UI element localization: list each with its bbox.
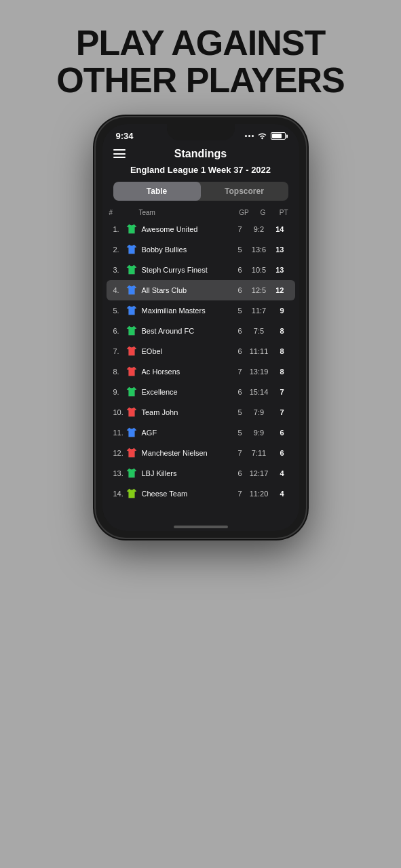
gp-value: 6 [231,266,249,274]
app-content: Standings England League 1 Week 37 - 202… [102,144,299,531]
pt-value: 6 [269,449,284,457]
g-value: 7:5 [249,327,269,335]
home-bar [174,526,228,528]
header-pt: PT [273,209,288,216]
rank-number: 10. [113,408,126,416]
team-name: AGF [142,429,231,437]
g-value: 7:9 [249,408,269,416]
phone-screen: 9:34 [102,124,299,531]
rank-number: 6. [113,327,126,335]
header-team: Team [121,209,235,216]
status-icons [245,132,286,140]
team-name: Maximilian Masters [142,307,231,315]
jersey-icon [126,264,138,276]
team-name: Manchester Nielsen [142,449,231,457]
table-row[interactable]: 12. Manchester Nielsen 7 7:11 6 [107,443,295,463]
table-row[interactable]: 14. Cheese Team 7 11:20 4 [107,484,295,504]
g-value: 13:6 [249,245,269,254]
pt-value: 8 [269,347,284,355]
jersey-icon [126,386,138,398]
table-row[interactable]: 2. Bobby Bullies 5 13:6 13 [107,239,295,260]
standings-list: 1. Awesome United 7 9:2 14 2. Bobby Bull… [102,219,299,521]
team-name: EObel [142,347,231,355]
g-value: 13:19 [249,368,269,376]
pt-value: 8 [269,368,284,376]
gp-value: 6 [231,327,249,335]
table-row[interactable]: 11. AGF 5 9:9 6 [107,422,295,443]
gp-value: 7 [231,449,249,457]
wifi-icon [257,132,267,140]
tab-table[interactable]: Table [113,182,201,201]
jersey-icon [126,488,138,500]
pt-value: 13 [269,266,284,274]
hamburger-menu[interactable] [113,149,126,158]
gp-value: 6 [231,347,249,355]
gp-value: 7 [231,490,249,498]
pt-value: 4 [269,490,284,498]
team-name: Team John [142,408,231,416]
rank-number: 12. [113,449,126,457]
team-name: Awesome United [142,225,231,233]
table-row[interactable]: 7. EObel 6 11:11 8 [107,341,295,361]
table-row[interactable]: 8. Ac Horsens 7 13:19 8 [107,361,295,382]
gp-value: 7 [231,368,249,376]
pt-value: 8 [269,327,284,335]
jersey-icon [126,304,138,317]
g-value: 11:7 [249,307,269,315]
gp-value: 5 [231,408,249,416]
jersey-icon [126,345,138,357]
jersey-icon [126,284,138,296]
top-bar: Standings [102,144,299,162]
table-row[interactable]: 9. Excellence 6 15:14 7 [107,382,295,402]
team-name: Steph Currys Finest [142,266,231,274]
table-row[interactable]: 10. Team John 5 7:9 7 [107,402,295,422]
gp-value: 5 [231,429,249,437]
headline-line1: PLAY AGAINST [76,23,326,62]
home-indicator [102,521,299,531]
team-name: Cheese Team [142,490,231,498]
rank-number: 2. [113,245,126,254]
pt-value: 4 [269,469,284,477]
table-header: # Team GP G PT [102,206,299,219]
status-time: 9:34 [116,131,134,141]
headline: PLAY AGAINST OTHER PLAYERS [56,24,344,98]
g-value: 15:14 [249,388,269,396]
rank-number: 4. [113,286,126,294]
gp-value: 5 [231,245,249,254]
tab-topscorer[interactable]: Topscorer [201,182,288,201]
pt-value: 7 [269,388,284,396]
jersey-icon [126,325,138,337]
gp-value: 6 [231,388,249,396]
pt-value: 12 [269,286,284,294]
table-row[interactable]: 4. All Stars Club 6 12:5 12 [107,280,295,300]
pt-value: 7 [269,408,284,416]
headline-line2: OTHER PLAYERS [56,60,344,100]
tab-bar: Table Topscorer [113,182,288,201]
g-value: 12:17 [249,469,269,477]
g-value: 11:20 [249,490,269,498]
team-name: Ac Horsens [142,368,231,376]
gp-value: 6 [231,286,249,294]
table-row[interactable]: 1. Awesome United 7 9:2 14 [107,219,295,239]
gp-value: 5 [231,307,249,315]
g-value: 11:11 [249,347,269,355]
table-row[interactable]: 6. Best Around FC 6 7:5 8 [107,321,295,341]
rank-number: 8. [113,368,126,376]
pt-value: 13 [269,245,284,254]
table-row[interactable]: 5. Maximilian Masters 5 11:7 9 [107,300,295,321]
screen-title: Standings [174,148,227,160]
g-value: 10:5 [249,266,269,274]
header-g: G [253,209,273,216]
rank-number: 14. [113,490,126,498]
rank-number: 13. [113,469,126,477]
jersey-icon [126,223,138,235]
jersey-icon [126,427,138,439]
header-rank: # [109,209,121,216]
g-value: 9:2 [249,225,269,233]
jersey-icon [126,406,138,418]
team-name: All Stars Club [142,286,231,294]
table-row[interactable]: 3. Steph Currys Finest 6 10:5 13 [107,260,295,280]
jersey-icon [126,366,138,378]
table-row[interactable]: 13. LBJ Killers 6 12:17 4 [107,463,295,484]
notch [167,124,235,140]
